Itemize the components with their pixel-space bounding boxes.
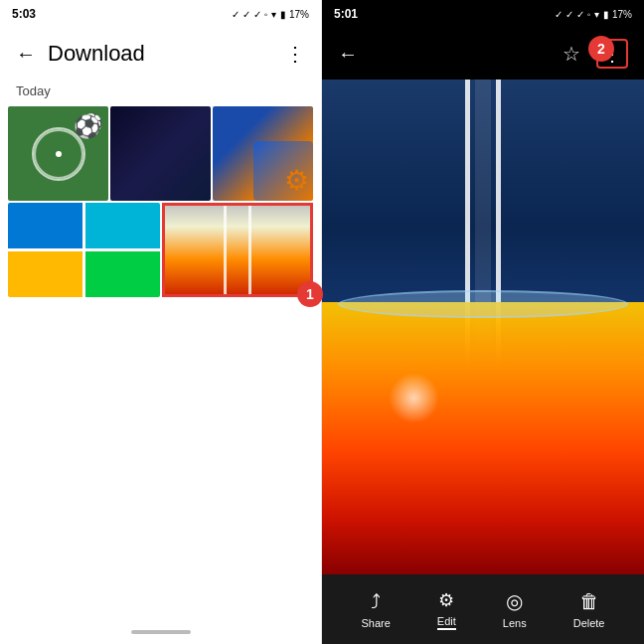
photo-dark-blue[interactable] [110, 106, 211, 201]
page-title: Download [48, 41, 145, 67]
status-bar-left: 5:03 ✓ ✓ ✓ ◦ ▾ ▮ 17% [0, 0, 321, 28]
liquid-bg [322, 302, 644, 574]
badge-1: 1 [297, 281, 323, 307]
more-menu-left[interactable]: ⋮ [285, 42, 305, 66]
status-icons-left: ✓ ✓ ✓ ◦ ▾ ▮ 17% [232, 9, 309, 20]
delete-label: Delete [573, 617, 605, 629]
back-button-right[interactable]: ← [338, 43, 358, 66]
delete-icon: 🗑 [579, 590, 599, 613]
photo-sunset-selected[interactable]: 1 [162, 203, 314, 297]
share-icon: ⤴ [371, 590, 381, 613]
edit-button[interactable]: ⚙ Edit [437, 589, 456, 630]
bottom-toolbar: ⤴ Share ⚙ Edit ◎ Lens 🗑 Delete [322, 574, 644, 644]
photo-soccer[interactable]: ⚽ [8, 106, 108, 201]
edit-label: Edit [437, 615, 456, 630]
right-panel: 5:01 ✓ ✓ ✓ ◦ ▾ ▮ 17% ← ☆ ⋮ 2 [322, 0, 644, 644]
badge-2: 2 [588, 36, 614, 62]
liquid-shine [387, 371, 441, 425]
section-label-today: Today [0, 80, 321, 104]
status-time-right: 5:01 [334, 7, 358, 21]
image-straw-area [322, 80, 644, 574]
photo-orange-gear[interactable]: ⚙ [213, 106, 313, 201]
main-image-area [322, 80, 644, 574]
liquid-rim [338, 290, 628, 318]
share-button[interactable]: ⤴ Share [362, 590, 391, 629]
lens-icon: ◎ [506, 589, 523, 613]
more-menu-wrapper: ⋮ 2 [596, 44, 628, 65]
star-button[interactable]: ☆ [563, 42, 580, 66]
status-icons-right: ✓ ✓ ✓ ◦ ▾ ▮ 17% [555, 9, 632, 20]
lens-button[interactable]: ◎ Lens [503, 589, 527, 629]
lens-label: Lens [503, 617, 527, 629]
grid-row-2: 1 [8, 203, 313, 297]
edit-icon: ⚙ [438, 589, 454, 611]
share-label: Share [362, 617, 391, 629]
delete-button[interactable]: 🗑 Delete [573, 590, 605, 629]
grid-row-1: ⚽ ⚙ [8, 106, 313, 201]
top-bar-right: ← ☆ ⋮ 2 [322, 28, 644, 80]
home-indicator-left [131, 630, 191, 634]
status-bar-right: 5:01 ✓ ✓ ✓ ◦ ▾ ▮ 17% [322, 0, 644, 28]
back-button-left[interactable]: ← [16, 43, 36, 66]
left-panel: 5:03 ✓ ✓ ✓ ◦ ▾ ▮ 17% ← Download ⋮ Today … [0, 0, 322, 644]
status-time-left: 5:03 [12, 7, 36, 21]
top-bar-left: ← Download ⋮ [0, 28, 321, 80]
photo-windows[interactable] [8, 203, 160, 297]
photo-sunset[interactable] [162, 203, 314, 297]
photo-grid: ⚽ ⚙ [0, 104, 321, 299]
